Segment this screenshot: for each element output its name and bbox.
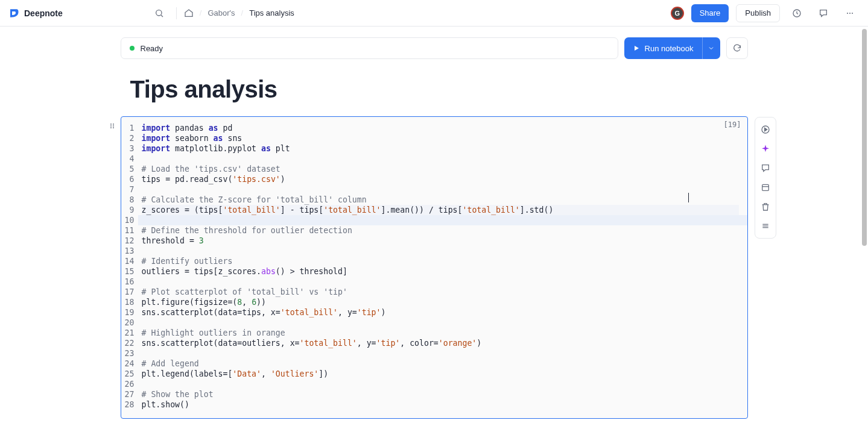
trash-icon: [761, 202, 770, 211]
svg-point-4: [849, 12, 851, 13]
code-line[interactable]: import seaborn as sns: [142, 133, 739, 143]
status-dot-icon: [130, 46, 135, 51]
publish-button[interactable]: Publish: [736, 4, 780, 22]
comment-cell-button[interactable]: [757, 160, 774, 177]
breadcrumb-sep: /: [241, 8, 244, 17]
top-bar: Deepnote / Gabor's / Tips analysis G Sha…: [0, 0, 868, 27]
svg-point-9: [113, 125, 114, 127]
code-line[interactable]: sns.scatterplot(data=tips, x='total_bill…: [142, 307, 739, 318]
code-line[interactable]: plt.show(): [142, 399, 739, 410]
code-line[interactable]: [138, 215, 747, 225]
restart-kernel-button[interactable]: [726, 37, 748, 59]
brand[interactable]: Deepnote: [8, 8, 63, 19]
divider: [176, 7, 177, 19]
chevron-down-icon: [708, 45, 715, 52]
code-line[interactable]: [142, 348, 739, 359]
more-button[interactable]: [840, 4, 860, 23]
line-gutter: 1234567891011121314151617181920212223242…: [125, 123, 142, 410]
code-line[interactable]: [142, 154, 739, 164]
page-scroll[interactable]: Ready Run notebook Tips analysis: [0, 27, 868, 426]
more-cell-button[interactable]: [757, 218, 774, 234]
run-notebook-button[interactable]: Run notebook: [624, 37, 720, 59]
notebook-crumb[interactable]: Tips analysis: [249, 8, 294, 17]
home-icon: [184, 8, 194, 18]
grip-icon: [109, 122, 116, 130]
code-line[interactable]: # Add legend: [142, 359, 739, 369]
code-line[interactable]: [142, 184, 739, 195]
avatar[interactable]: G: [671, 7, 684, 20]
status-label: Ready: [141, 44, 163, 53]
svg-rect-13: [762, 184, 768, 190]
search-button[interactable]: [150, 4, 169, 23]
code-line[interactable]: plt.legend(labels=['Data', 'Outliers']): [142, 369, 739, 379]
comments-button[interactable]: [814, 4, 833, 23]
text-cursor: [688, 193, 689, 202]
breadcrumb: / Gabor's / Tips analysis: [184, 8, 294, 18]
share-button[interactable]: Share: [691, 4, 729, 22]
snapshot-cell-button[interactable]: [757, 179, 774, 196]
delete-cell-button[interactable]: [757, 198, 774, 215]
menu-icon: [761, 221, 770, 231]
run-cell-button[interactable]: [757, 121, 774, 138]
code-line[interactable]: # Identify outliers: [142, 256, 739, 266]
breadcrumb-sep: /: [200, 8, 202, 17]
svg-point-0: [156, 10, 161, 15]
svg-point-10: [110, 127, 112, 128]
notebook-toolbar: Ready Run notebook: [121, 37, 748, 69]
svg-point-5: [852, 12, 853, 13]
search-icon: [154, 8, 164, 18]
code-line[interactable]: outliers = tips[z_scores.abs() > thresho…: [142, 266, 739, 277]
home-crumb[interactable]: [184, 8, 194, 18]
execution-count: [19]: [724, 121, 741, 129]
cell-drag-handle[interactable]: [109, 121, 116, 132]
code-line[interactable]: [142, 379, 739, 389]
comment-icon: [819, 8, 828, 18]
page-title[interactable]: Tips analysis: [130, 76, 738, 103]
code-line[interactable]: threshold = 3: [142, 236, 739, 246]
code-line[interactable]: z_scores = (tips['total_bill'] - tips['t…: [142, 205, 739, 215]
svg-point-6: [110, 124, 112, 125]
history-button[interactable]: [787, 4, 806, 23]
code-line[interactable]: tips = pd.read_csv('tips.csv'): [142, 174, 739, 184]
code-line[interactable]: import pandas as pd: [142, 123, 739, 133]
code-line[interactable]: # Define the threshold for outlier detec…: [142, 225, 739, 236]
code-line[interactable]: [142, 246, 739, 256]
run-dropdown[interactable]: [702, 37, 720, 59]
kernel-status[interactable]: Ready: [121, 37, 618, 59]
clock-icon: [792, 8, 802, 18]
code-line[interactable]: import matplotlib.pyplot as plt: [142, 143, 739, 154]
code-editor[interactable]: 1234567891011121314151617181920212223242…: [121, 117, 747, 418]
code-line[interactable]: # Load the 'tips.csv' dataset: [142, 164, 739, 174]
svg-line-1: [161, 15, 163, 17]
code-line[interactable]: # Highlight outliers in orange: [142, 328, 739, 338]
svg-point-8: [110, 125, 112, 127]
cell-action-rail: [755, 117, 776, 239]
code-content[interactable]: import pandas as pdimport seaborn as sns…: [142, 123, 739, 410]
svg-point-11: [113, 127, 114, 128]
code-line[interactable]: plt.figure(figsize=(8, 6)): [142, 297, 739, 307]
code-cell[interactable]: [19] 12345678910111213141516171819202122…: [121, 116, 748, 419]
code-line[interactable]: [142, 277, 739, 287]
brand-name: Deepnote: [24, 8, 63, 18]
code-cell-wrap: [19] 12345678910111213141516171819202122…: [121, 116, 748, 419]
logo-icon: [8, 8, 19, 19]
refresh-icon: [732, 43, 742, 53]
sparkle-icon: [761, 144, 770, 154]
calendar-icon: [761, 183, 770, 192]
run-label: Run notebook: [645, 44, 694, 53]
comment-icon: [761, 163, 770, 173]
workspace-crumb[interactable]: Gabor's: [207, 8, 235, 17]
code-line[interactable]: # Show the plot: [142, 389, 739, 399]
code-line[interactable]: [142, 318, 739, 328]
svg-point-3: [847, 12, 848, 13]
scrollbar[interactable]: [861, 29, 867, 424]
code-line[interactable]: # Plot scatterplot of 'total_bill' vs 't…: [142, 287, 739, 297]
play-icon: [633, 45, 640, 52]
play-circle-icon: [761, 125, 770, 134]
svg-point-7: [113, 124, 114, 125]
dots-icon: [845, 8, 855, 18]
code-line[interactable]: # Calculate the Z-score for 'total_bill'…: [142, 195, 739, 205]
scrollbar-thumb[interactable]: [862, 29, 867, 246]
code-line[interactable]: sns.scatterplot(data=outliers, x='total_…: [142, 338, 739, 348]
ai-assist-button[interactable]: [757, 140, 774, 157]
